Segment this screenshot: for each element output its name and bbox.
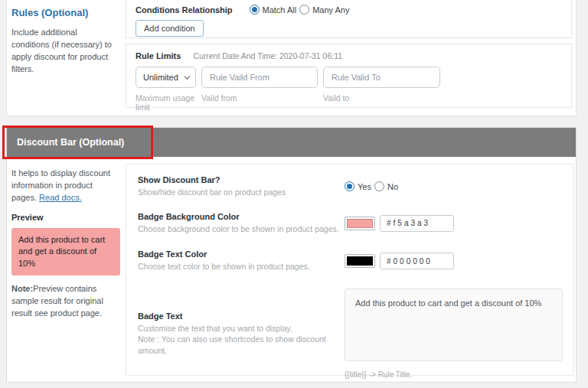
current-datetime-text: Current Date And Time: 2020-07-31 06:11 <box>193 51 342 60</box>
radio-selected-icon <box>345 181 354 191</box>
shortcode-hint: {{title}} -> Rule Title, <box>345 370 563 379</box>
show-discount-bar-label: Show Discount Bar? <box>138 175 345 184</box>
show-discount-bar-row: Show Discount Bar? Show/hide discount ba… <box>138 175 573 198</box>
badge-text-color-sub: Choose text color to be shown in product… <box>138 261 345 272</box>
radio-unselected-icon <box>299 5 309 15</box>
radio-many-any[interactable]: Many Any <box>299 5 349 15</box>
badge-text-sub-line2: Note : You can also use shortcodes to sh… <box>138 334 345 356</box>
preview-label: Preview <box>11 213 117 222</box>
discount-description: It helps to display discount information… <box>11 168 117 204</box>
show-discount-bar-sub: Show/hide discount bar on product pages <box>138 187 345 198</box>
conditions-relationship-label: Conditions Relationship <box>136 5 233 15</box>
add-condition-button[interactable]: Add condition <box>136 20 204 37</box>
preview-note: Note:Preview contains sample result for … <box>11 283 117 320</box>
discount-bar-body: It helps to display discount information… <box>7 157 576 383</box>
text-color-swatch[interactable] <box>345 254 375 268</box>
valid-from-hint: Vaild from <box>201 93 323 112</box>
badge-background-color-sub: Choose background color to be shown in p… <box>138 223 345 235</box>
radio-match-all-label: Match All <box>263 5 297 15</box>
discount-sidebar: It helps to display discount information… <box>7 157 123 320</box>
usage-limit-select-value: Unlimited <box>143 73 178 82</box>
rules-sidebar: Rules (Optional) Include additional cond… <box>7 0 123 116</box>
badge-text-label: Badge Text <box>138 311 345 321</box>
rule-limits-panel: Rule Limits Current Date And Time: 2020-… <box>126 44 572 108</box>
read-docs-link[interactable]: Read docs. <box>39 193 82 202</box>
badge-text-color-row: Badge Text Color Choose text color to be… <box>138 249 573 272</box>
discount-settings-panel: Show Discount Bar? Show/hide discount ba… <box>126 164 573 376</box>
discount-bar-header: Discount Bar (Optional) <box>7 128 576 157</box>
radio-no[interactable]: No <box>374 181 398 191</box>
radio-match-all[interactable]: Match All <box>250 5 297 15</box>
conditions-relationship-radio-group: Match All Many Any <box>250 5 353 15</box>
chevron-down-icon <box>184 73 190 79</box>
conditions-panel: Conditions Relationship Match All Many A… <box>126 0 572 38</box>
background-color-hex-input[interactable] <box>380 215 454 232</box>
rules-section-title: Rules (Optional) <box>11 7 117 18</box>
rule-limits-label: Rule Limits <box>136 51 181 60</box>
radio-no-label: No <box>387 182 398 191</box>
show-discount-bar-radio-group: Yes No <box>345 181 401 191</box>
discount-bar-section: Discount Bar (Optional) It helps to disp… <box>6 127 577 383</box>
usage-limit-select[interactable]: Unlimited <box>136 67 196 88</box>
valid-to-hint: Vaild to <box>323 93 349 112</box>
badge-background-color-label: Badge Background Color <box>138 212 345 221</box>
badge-text-row: Badge Text Customise the text that you w… <box>138 289 573 379</box>
radio-selected-icon <box>250 5 260 15</box>
radio-many-any-label: Many Any <box>312 5 349 15</box>
background-color-swatch-fill <box>347 219 373 228</box>
discount-bar-title: Discount Bar (Optional) <box>17 137 124 148</box>
rule-valid-from-input[interactable] <box>201 67 318 88</box>
background-color-swatch[interactable] <box>345 217 375 230</box>
radio-unselected-icon <box>374 181 384 191</box>
rule-valid-to-input[interactable] <box>323 67 440 88</box>
rules-content: Conditions Relationship Match All Many A… <box>123 0 576 116</box>
radio-yes[interactable]: Yes <box>345 181 371 191</box>
badge-text-control: Add this product to cart and get a disco… <box>345 289 563 379</box>
rules-section-description: Include additional conditions (if necess… <box>11 27 117 76</box>
preview-note-bold: Note: <box>11 284 33 293</box>
preview-badge: Add this product to cart and get a disco… <box>11 228 120 276</box>
badge-text-color-label: Badge Text Color <box>138 249 345 259</box>
rules-section: Rules (Optional) Include additional cond… <box>6 0 577 116</box>
radio-yes-label: Yes <box>358 182 371 191</box>
badge-text-sub-line1: Customise the text that you want to disp… <box>138 323 345 334</box>
badge-text-textarea[interactable]: Add this product to cart and get a disco… <box>345 289 563 361</box>
text-color-hex-input[interactable] <box>380 253 454 269</box>
text-color-swatch-fill <box>347 256 373 266</box>
badge-background-color-row: Badge Background Color Choose background… <box>138 212 573 235</box>
usage-limit-hint: Maximum usage limit <box>136 93 201 112</box>
